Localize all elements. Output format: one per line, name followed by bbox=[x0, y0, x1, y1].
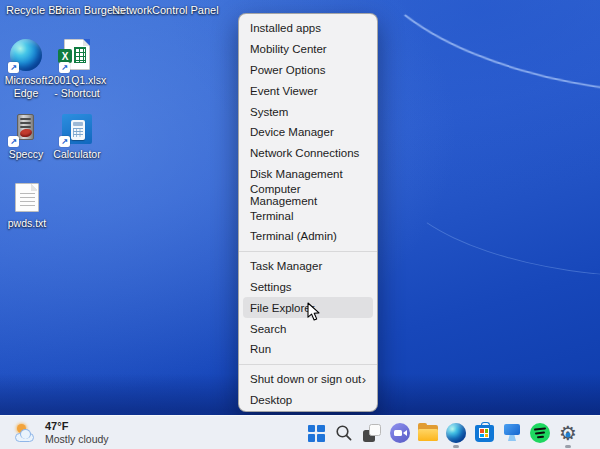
speccy-icon bbox=[17, 114, 34, 140]
menu-item-mobility-center[interactable]: Mobility Center bbox=[239, 39, 377, 60]
microsoft-store-button[interactable] bbox=[474, 418, 494, 448]
menu-item-shutdown-signout[interactable]: Shut down or sign out › bbox=[239, 369, 377, 390]
store-bag-icon bbox=[475, 425, 494, 442]
menu-item-event-viewer[interactable]: Event Viewer bbox=[239, 80, 377, 101]
desktop-icon-excel-shortcut[interactable]: X ↗ 2001Q1.xlsx - Shortcut bbox=[48, 39, 106, 100]
desktop-icon-microsoft-edge[interactable]: ↗ Microsoft Edge bbox=[0, 39, 55, 100]
speccy-red-badge bbox=[19, 128, 32, 138]
menu-separator bbox=[239, 251, 377, 252]
desktop-icon-label: pwds.txt bbox=[8, 217, 47, 230]
weather-widget[interactable]: 47°F Mostly cloudy bbox=[14, 416, 109, 449]
chat-video-icon bbox=[390, 423, 410, 443]
menu-item-disk-management[interactable]: Disk Management bbox=[239, 164, 377, 185]
search-button[interactable] bbox=[334, 418, 354, 448]
submenu-chevron-icon: › bbox=[362, 373, 366, 386]
menu-item-terminal[interactable]: Terminal bbox=[239, 205, 377, 226]
desktop-icon-label: Calculator bbox=[53, 148, 100, 161]
taskbar-icons: ⚙ bbox=[306, 416, 578, 449]
chat-button[interactable] bbox=[390, 418, 410, 448]
menu-item-terminal-admin[interactable]: Terminal (Admin) bbox=[239, 226, 377, 247]
spotify-icon bbox=[530, 423, 550, 443]
wallpaper-light-arc-faint bbox=[384, 80, 600, 292]
display-app-button[interactable] bbox=[502, 418, 522, 448]
text-file-icon bbox=[15, 183, 39, 212]
menu-item-settings[interactable]: Settings bbox=[239, 277, 377, 298]
menu-item-installed-apps[interactable]: Installed apps bbox=[239, 18, 377, 39]
shortcut-arrow-icon: ↗ bbox=[59, 62, 70, 73]
menu-item-system[interactable]: System bbox=[239, 101, 377, 122]
taskbar: 47°F Mostly cloudy bbox=[0, 415, 600, 449]
desktop-icon-label: Speccy bbox=[9, 148, 43, 161]
excel-grid bbox=[74, 47, 86, 63]
desktop-icon-label: Microsoft Edge bbox=[0, 74, 55, 100]
edge-icon bbox=[446, 423, 466, 443]
weather-condition: Mostly cloudy bbox=[45, 433, 109, 446]
page-fold bbox=[83, 39, 90, 46]
edge-button[interactable] bbox=[446, 418, 466, 448]
excel-logo: X bbox=[58, 49, 72, 63]
monitor-icon bbox=[502, 424, 522, 442]
spotify-button[interactable] bbox=[530, 418, 550, 448]
menu-item-label: Shut down or sign out bbox=[250, 373, 361, 385]
menu-item-run[interactable]: Run bbox=[239, 339, 377, 360]
menu-item-power-options[interactable]: Power Options bbox=[239, 60, 377, 81]
folder-icon bbox=[418, 425, 438, 441]
start-button[interactable] bbox=[306, 418, 326, 448]
weather-mostly-cloudy-icon bbox=[14, 424, 38, 442]
windows-logo-icon bbox=[308, 425, 325, 442]
menu-item-desktop[interactable]: Desktop bbox=[239, 390, 377, 411]
shortcut-arrow-icon: ↗ bbox=[8, 136, 19, 147]
menu-item-device-manager[interactable]: Device Manager bbox=[239, 122, 377, 143]
weather-temperature: 47°F bbox=[45, 420, 109, 434]
menu-item-search[interactable]: Search bbox=[239, 318, 377, 339]
menu-item-task-manager[interactable]: Task Manager bbox=[239, 256, 377, 277]
desktop-icon-control-panel-label[interactable]: Control Panel bbox=[152, 4, 219, 16]
desktop-icon-network-label[interactable]: Network bbox=[112, 4, 152, 16]
desktop-icon-pwds-txt[interactable]: pwds.txt bbox=[0, 182, 56, 230]
search-icon bbox=[335, 424, 353, 442]
screen: Recycle Bin Brian Burgess Network Contro… bbox=[0, 0, 600, 449]
shortcut-arrow-icon: ↗ bbox=[8, 62, 19, 73]
gear-center-dot bbox=[566, 432, 571, 437]
running-app-indicator bbox=[453, 445, 459, 448]
winx-context-menu: Installed apps Mobility Center Power Opt… bbox=[238, 13, 378, 412]
task-view-button[interactable] bbox=[362, 418, 382, 448]
desktop-icon-speccy[interactable]: ↗ Speccy bbox=[0, 113, 55, 161]
settings-button[interactable]: ⚙ bbox=[558, 418, 578, 448]
running-app-indicator bbox=[565, 445, 571, 448]
wallpaper-light-arc bbox=[346, 0, 600, 121]
menu-item-computer-management[interactable]: Computer Management bbox=[239, 184, 377, 205]
shortcut-arrow-icon: ↗ bbox=[59, 136, 70, 147]
menu-separator bbox=[239, 364, 377, 365]
file-explorer-button[interactable] bbox=[418, 418, 438, 448]
desktop-icon-calculator[interactable]: ↗ Calculator bbox=[48, 113, 106, 161]
menu-item-network-connections[interactable]: Network Connections bbox=[239, 143, 377, 164]
desktop-icon-label: 2001Q1.xlsx - Shortcut bbox=[48, 74, 106, 100]
task-view-icon bbox=[363, 424, 381, 442]
mouse-cursor bbox=[307, 302, 320, 321]
